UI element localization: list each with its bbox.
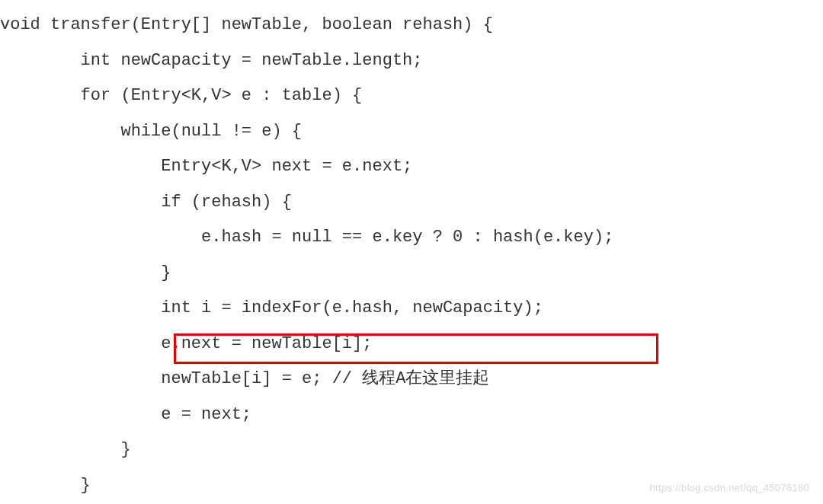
code-block: void transfer(Entry[] newTable, boolean … — [0, 8, 823, 504]
code-line-11-highlighted: newTable[i] = e; // 线程A在这里挂起 — [0, 362, 823, 397]
code-line-13: } — [0, 432, 823, 468]
code-line-5: Entry<K,V> next = e.next; — [0, 149, 823, 185]
code-line-10: e.next = newTable[i]; — [0, 327, 823, 362]
code-line-3: for (Entry<K,V> e : table) { — [0, 78, 823, 114]
watermark-text: https://blog.csdn.net/qq_45076180 — [650, 482, 809, 493]
code-line-8: } — [0, 256, 823, 292]
code-line-6: if (rehash) { — [0, 185, 823, 221]
code-line-12: e = next; — [0, 397, 823, 433]
code-line-9: int i = indexFor(e.hash, newCapacity); — [0, 291, 823, 327]
code-line-1: void transfer(Entry[] newTable, boolean … — [0, 8, 823, 43]
code-line-2: int newCapacity = newTable.length; — [0, 43, 823, 79]
code-line-4: while(null != e) { — [0, 114, 823, 150]
code-line-7: e.hash = null == e.key ? 0 : hash(e.key)… — [0, 220, 823, 256]
